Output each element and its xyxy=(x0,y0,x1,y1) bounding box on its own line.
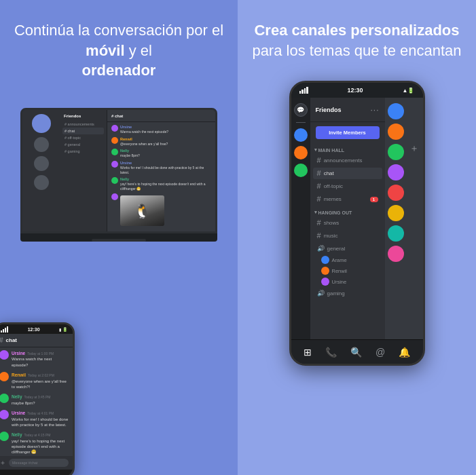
laptop-msg-author-3: Nelly xyxy=(120,149,140,153)
phone-msg-3: NellyToday at 3:45 PM maybe 8pm? xyxy=(0,394,69,406)
phone-msg-content-2: RenwilToday at 2:02 PM @everyone when ar… xyxy=(12,372,69,390)
laptop-msg-5: Nelly yay! here's to hoping the next epi… xyxy=(111,177,211,191)
phone-author-2: Renwil xyxy=(12,373,26,377)
discord-invite-button[interactable]: Invite Members xyxy=(316,126,380,139)
discord-member-avatar-6 xyxy=(388,205,404,221)
discord-channel-name-shows: shows xyxy=(324,220,378,226)
discord-voice-general[interactable]: 🔊 general xyxy=(313,243,382,254)
discord-voice-icon-gaming: 🔊 xyxy=(317,290,325,297)
phone-bottom-bar[interactable]: ＋ Message #chat xyxy=(0,456,73,470)
discord-nav-phone-icon[interactable]: 📞 xyxy=(325,347,337,358)
discord-channel-offtopic[interactable]: # off-topic xyxy=(313,180,382,192)
laptop-avatar-5 xyxy=(111,177,118,184)
discord-channel-chat[interactable]: # chat xyxy=(313,168,382,179)
laptop-screen: Friendos # announcements # chat # off-to… xyxy=(20,108,217,233)
phone-signal xyxy=(1,326,8,332)
laptop-base xyxy=(20,233,217,242)
phone-msg-content-1: UrsineToday at 1:00 PM Wanna watch the n… xyxy=(12,350,69,368)
laptop-msg-author-4: Ursine xyxy=(120,161,211,166)
laptop-chat-header: # chat xyxy=(107,110,215,122)
phone-mockup: 12:30 ▮ 🔋 # chat UrsineToday at 1:00 PM … xyxy=(0,322,75,475)
discord-voice-user-ursine: Ursine xyxy=(310,276,385,287)
laptop-msg-2: Renwil @everyone when are y'all free? xyxy=(111,137,211,147)
right-headline: Crea canales personalizados para los tem… xyxy=(251,20,462,60)
left-headline: Continúa la conversación por el móvil y … xyxy=(14,20,224,81)
discord-battery: ▲🔋 xyxy=(403,88,415,94)
laptop-image-preview: 🐧 xyxy=(120,195,164,226)
laptop-msg-author-5: Nelly xyxy=(120,177,211,182)
phone-avatar-5 xyxy=(0,432,9,441)
discord-server-menu[interactable]: ··· xyxy=(370,106,379,114)
discord-arame-name: Arame xyxy=(332,257,347,263)
discord-channel-memes[interactable]: # memes 1 xyxy=(313,193,382,205)
discord-channel-announcements[interactable]: # announcements xyxy=(313,155,382,166)
laptop-msg-content-1: Ursine Wanna watch the next episode? xyxy=(120,125,168,134)
phone-msg-content-5: NellyToday at 4:15 PM yay! here's to hop… xyxy=(12,432,69,455)
laptop-channel-announcements: # announcements xyxy=(62,121,104,128)
discord-nav-bell-icon[interactable]: 🔔 xyxy=(399,347,410,358)
discord-arame-avatar xyxy=(321,256,329,264)
right-panel: Crea canales personalizados para los tem… xyxy=(238,0,476,475)
discord-renwil-name: Renwil xyxy=(332,268,348,274)
laptop-server-icon xyxy=(32,114,51,133)
discord-nav-at-icon[interactable]: @ xyxy=(376,347,385,358)
laptop-channel-list: Friendos # announcements # chat # off-to… xyxy=(60,110,107,231)
discord-voice-name-gaming: gaming xyxy=(327,290,378,297)
phone-author-5: Nelly xyxy=(12,432,22,437)
laptop-msg-author-1: Ursine xyxy=(120,125,168,130)
discord-server-icon-2[interactable] xyxy=(294,146,308,159)
discord-channel-music[interactable]: # music xyxy=(313,230,382,242)
penguin-image: 🐧 xyxy=(120,195,164,226)
discord-member-avatar-4 xyxy=(388,164,404,180)
discord-channel-name-announcements: announcements xyxy=(324,157,378,164)
laptop-avatar-3 xyxy=(111,149,118,155)
discord-hash-icon-music: # xyxy=(317,232,321,240)
phone-messages: UrsineToday at 1:00 PM Wanna watch the n… xyxy=(0,347,73,456)
discord-member-list xyxy=(385,98,407,364)
discord-member-avatar-5 xyxy=(388,185,404,201)
discord-phone-mockup: 12:30 ▲🔋 💬 Friendos xyxy=(289,81,425,366)
discord-channel-name-music: music xyxy=(324,233,378,239)
laptop-server-icon-4 xyxy=(34,175,49,190)
discord-channel-list: Friendos ··· Invite Members ▾ MAIN HALL … xyxy=(310,98,385,364)
laptop-msg-content-4: Ursine Works for me! I should be done wi… xyxy=(120,161,211,174)
discord-ursine-avatar xyxy=(321,278,329,286)
discord-channel-shows[interactable]: # shows xyxy=(313,217,382,229)
discord-dm-icon[interactable]: 💬 xyxy=(294,103,308,117)
phone-msg-1: UrsineToday at 1:00 PM Wanna watch the n… xyxy=(0,350,69,368)
discord-server-icon-1[interactable] xyxy=(294,128,308,142)
laptop-avatar-4 xyxy=(111,161,118,168)
discord-nav-search-icon[interactable]: 🔍 xyxy=(350,347,362,358)
discord-voice-user-arame: Arame xyxy=(310,254,385,265)
laptop-msg-content-6: 🐧 xyxy=(120,193,164,226)
phone-msg-5: NellyToday at 4:15 PM yay! here's to hop… xyxy=(0,432,69,455)
discord-hash-icon-memes: # xyxy=(317,195,321,203)
phone-battery: ▮ 🔋 xyxy=(59,327,67,332)
phone-avatar-3 xyxy=(0,394,9,403)
discord-server-icon-3[interactable] xyxy=(294,164,308,177)
phone-author-3: Nelly xyxy=(12,394,22,399)
discord-nav-home-icon[interactable]: ⊞ xyxy=(304,347,312,358)
phone-msg-content-3: NellyToday at 3:45 PM maybe 8pm? xyxy=(12,394,50,406)
discord-hash-icon-offtopic: # xyxy=(317,183,321,190)
laptop-msg-author-2: Renwil xyxy=(120,137,168,142)
discord-voice-gaming[interactable]: 🔊 gaming xyxy=(313,288,382,299)
discord-memes-badge: 1 xyxy=(370,197,378,202)
discord-hash-icon-announcements: # xyxy=(317,157,321,164)
laptop-channel-general: # general xyxy=(62,141,104,148)
discord-main-hall-header: ▾ MAIN HALL ＋ xyxy=(310,143,385,154)
phone-message-input[interactable]: Message #chat xyxy=(9,459,69,467)
laptop-msg-4: Ursine Works for me! I should be done wi… xyxy=(111,161,211,174)
discord-hash-icon-shows: # xyxy=(317,219,321,227)
discord-server-bar: 💬 xyxy=(291,98,310,364)
laptop-channel-offtopic: # off-topic xyxy=(62,134,104,141)
phone-avatar-1 xyxy=(0,350,9,360)
discord-member-avatar-3 xyxy=(388,144,404,160)
laptop-channel-chat: # chat xyxy=(62,128,104,134)
phone-msg-content-4: UrsineToday at 4:01 PM Works for me! I s… xyxy=(12,410,69,428)
phone-input-placeholder: Message #chat xyxy=(12,461,37,465)
discord-bottom-nav: ⊞ 📞 🔍 @ 🔔 xyxy=(291,339,423,364)
laptop-msg-3: Nelly maybe 8pm? xyxy=(111,149,211,158)
discord-voice-name-general: general xyxy=(327,246,378,252)
discord-server-header: Friendos ··· xyxy=(310,98,385,122)
